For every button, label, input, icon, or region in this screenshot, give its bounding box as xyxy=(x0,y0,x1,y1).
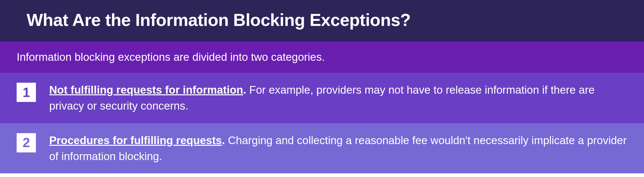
number-value: 1 xyxy=(23,85,30,100)
intro-text: Information blocking exceptions are divi… xyxy=(0,42,644,73)
item-lead: Not fulfilling requests for information xyxy=(49,84,243,96)
list-item: 1 Not fulfilling requests for informatio… xyxy=(0,73,644,123)
list-item: 2 Procedures for fulfilling requests. Ch… xyxy=(0,123,644,174)
item-text: Not fulfilling requests for information.… xyxy=(49,82,627,114)
number-value: 2 xyxy=(23,135,30,150)
number-badge: 1 xyxy=(17,83,36,102)
item-lead: Procedures for fulfilling requests xyxy=(49,134,222,146)
page-title: What Are the Information Blocking Except… xyxy=(27,10,617,30)
header: What Are the Information Blocking Except… xyxy=(0,0,644,42)
item-text: Procedures for fulfilling requests. Char… xyxy=(49,133,627,164)
number-badge: 2 xyxy=(17,133,36,152)
